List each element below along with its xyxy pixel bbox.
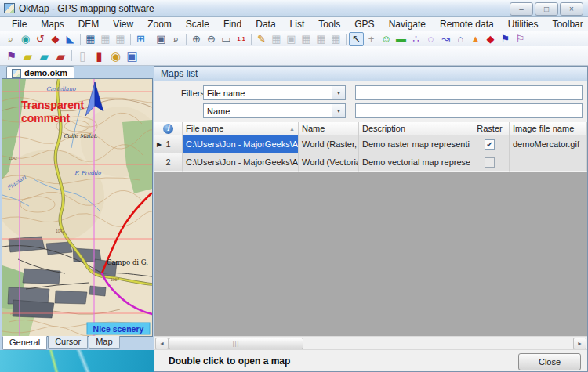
edit-comment-icon[interactable]: ▬ bbox=[394, 32, 408, 46]
cell-description[interactable]: Demo raster map representing entire w... bbox=[359, 135, 470, 153]
edit-table-icon[interactable]: ✎ bbox=[254, 32, 269, 46]
edit-multipoint-icon[interactable]: ∴ bbox=[408, 32, 423, 46]
move-point-icon[interactable]: + bbox=[364, 32, 379, 46]
new-table-icon[interactable]: ⊞ bbox=[133, 32, 148, 46]
menu-item-zoom[interactable]: Zoom bbox=[140, 17, 179, 31]
table-pin-icon[interactable]: ▦ bbox=[314, 32, 328, 46]
menu-item-scale[interactable]: Scale bbox=[179, 17, 216, 31]
menu-item-dem[interactable]: DEM bbox=[71, 17, 107, 31]
edit-flag-icon[interactable]: ⚑ bbox=[498, 32, 513, 46]
row-header-1[interactable]: ▶ 1 bbox=[154, 135, 183, 153]
maximize-button[interactable]: □ bbox=[535, 2, 558, 16]
menu-item-list[interactable]: List bbox=[283, 17, 312, 31]
send-to-window-icon[interactable]: ▣ bbox=[124, 48, 140, 64]
edit-area-icon[interactable]: ▲ bbox=[468, 32, 483, 46]
scrollbar-thumb[interactable]: ||| bbox=[169, 338, 303, 349]
edit-polygon-icon[interactable]: ⌂ bbox=[453, 32, 468, 46]
menu-item-navigate[interactable]: Navigate bbox=[382, 17, 433, 31]
edit-waypoint-icon[interactable]: ☺ bbox=[379, 32, 394, 46]
tab-general[interactable]: General bbox=[2, 336, 47, 350]
measure-area-icon[interactable]: ▰ bbox=[36, 48, 53, 64]
cell-name[interactable]: World (Raster, M... bbox=[299, 135, 359, 153]
raster-checkbox[interactable]: ✔ bbox=[485, 139, 495, 150]
gps-download-icon[interactable]: ▮ bbox=[91, 48, 107, 64]
cell-file-name[interactable]: C:\Users\Jon - MajorGeeks\AppData\... bbox=[183, 153, 299, 172]
filter-field-1-dropdown[interactable]: File name ▼ bbox=[203, 85, 346, 100]
close-button[interactable]: Close bbox=[518, 353, 581, 370]
column-header-name[interactable]: Name bbox=[299, 122, 359, 135]
cell-image-file-name[interactable] bbox=[510, 153, 587, 172]
menu-item-remote-data[interactable]: Remote data bbox=[433, 17, 501, 31]
cell-description[interactable]: Demo vectorial map representing entir... bbox=[359, 153, 470, 172]
zoom-window-icon[interactable]: ▭ bbox=[219, 32, 234, 46]
edit-point-circle-icon[interactable]: ◌ bbox=[423, 32, 438, 46]
gps-upload-icon[interactable]: ▯ bbox=[74, 48, 91, 64]
column-header-description[interactable]: Description bbox=[359, 122, 470, 135]
edit-flag-outline-icon[interactable]: ⚐ bbox=[513, 32, 528, 46]
open-tracks-icon[interactable]: ↺ bbox=[33, 32, 48, 46]
column-header-file-name[interactable]: File name ▲ bbox=[183, 122, 299, 135]
filter-value-2-input[interactable] bbox=[355, 103, 583, 118]
column-header-image-file-name[interactable]: Image file name bbox=[510, 122, 587, 135]
cascade-windows-icon[interactable]: ▣ bbox=[154, 32, 169, 46]
cell-raster[interactable]: ✔ bbox=[470, 135, 510, 153]
chevron-down-icon[interactable]: ▼ bbox=[332, 86, 345, 99]
table-add-icon[interactable]: ▦ bbox=[269, 32, 284, 46]
minimize-button[interactable]: – bbox=[510, 2, 533, 16]
map-canvas[interactable]: Castellano Colle Malat. F. Freddo Fiucia… bbox=[2, 79, 152, 336]
zoom-out-icon[interactable]: ⊖ bbox=[204, 32, 219, 46]
open-waypoints-icon[interactable]: ◉ bbox=[18, 32, 33, 46]
open-dem-icon[interactable]: ◣ bbox=[63, 32, 78, 46]
cell-name[interactable]: World (Vectorial, ... bbox=[299, 153, 359, 172]
close-window-button[interactable]: × bbox=[560, 2, 583, 16]
menu-item-toolbar[interactable]: Toolbar bbox=[545, 17, 588, 31]
scroll-left-icon[interactable]: ◄ bbox=[155, 338, 169, 349]
menu-item-file[interactable]: File bbox=[5, 17, 34, 31]
grid-select-all-header[interactable]: i bbox=[154, 122, 183, 135]
find-on-map-icon[interactable]: ⌕ bbox=[169, 32, 183, 46]
edit-polyline-icon[interactable]: ↝ bbox=[438, 32, 453, 46]
tab-cursor[interactable]: Cursor bbox=[48, 336, 88, 349]
app-icon bbox=[4, 3, 15, 13]
zoom-in-icon[interactable]: ⊕ bbox=[189, 32, 204, 46]
table-copy-icon[interactable]: ▣ bbox=[284, 32, 299, 46]
menu-item-maps[interactable]: Maps bbox=[34, 17, 71, 31]
map-elevation: 1142 bbox=[9, 156, 17, 161]
table-row[interactable]: ▶ 1 C:\Users\Jon - MajorGeeks\AppData\..… bbox=[154, 135, 587, 153]
edit-diamond-icon[interactable]: ◆ bbox=[483, 32, 498, 46]
measure-distance-icon[interactable]: ▰ bbox=[20, 48, 36, 64]
measure-delete-icon[interactable]: ▰ bbox=[53, 48, 69, 64]
row-header-2[interactable]: 2 bbox=[154, 153, 183, 172]
menu-item-data[interactable]: Data bbox=[249, 17, 282, 31]
scroll-right-icon[interactable]: ► bbox=[573, 338, 586, 349]
gps-realtime-icon[interactable]: ◉ bbox=[107, 48, 124, 64]
select-pointer-icon[interactable]: ↖ bbox=[349, 32, 364, 46]
menu-item-view[interactable]: View bbox=[106, 17, 140, 31]
delete-flag-icon[interactable]: ⚑ bbox=[3, 48, 20, 64]
column-header-raster[interactable]: Raster bbox=[470, 122, 510, 135]
map-scenery-label: Nice scenery bbox=[87, 323, 150, 334]
filter-value-1-input[interactable] bbox=[355, 85, 583, 100]
menu-item-tools[interactable]: Tools bbox=[311, 17, 347, 31]
chevron-down-icon[interactable]: ▼ bbox=[332, 104, 345, 117]
table-flag-icon[interactable]: ▦ bbox=[299, 32, 314, 46]
table-unpin-icon[interactable]: ▦ bbox=[328, 32, 343, 46]
save-icon[interactable]: ▦ bbox=[83, 32, 98, 46]
menu-item-gps[interactable]: GPS bbox=[347, 17, 381, 31]
save-all-icon[interactable]: ▦ bbox=[113, 32, 128, 46]
menu-item-utilities[interactable]: Utilities bbox=[501, 17, 546, 31]
save-as-icon[interactable]: ▦ bbox=[98, 32, 113, 46]
filter-field-2-dropdown[interactable]: Name ▼ bbox=[203, 103, 346, 118]
tab-map[interactable]: Map bbox=[89, 336, 119, 349]
cell-raster[interactable] bbox=[470, 153, 510, 172]
cell-file-name[interactable]: C:\Users\Jon - MajorGeeks\AppData\... bbox=[183, 135, 299, 153]
menu-item-find[interactable]: Find bbox=[216, 17, 249, 31]
horizontal-scrollbar[interactable]: ◄ ||| ► bbox=[154, 336, 587, 350]
zoom-scale-1-1-icon[interactable]: 1:1 bbox=[234, 32, 249, 46]
open-map-icon[interactable]: ⌕ bbox=[3, 32, 18, 46]
tab-demo-okm[interactable]: demo.okm bbox=[6, 66, 74, 79]
raster-checkbox[interactable] bbox=[485, 157, 495, 168]
cell-image-file-name[interactable]: demoMercator.gif bbox=[510, 135, 587, 153]
open-routes-icon[interactable]: ◆ bbox=[48, 32, 63, 46]
table-row[interactable]: 2 C:\Users\Jon - MajorGeeks\AppData\... … bbox=[154, 153, 587, 172]
